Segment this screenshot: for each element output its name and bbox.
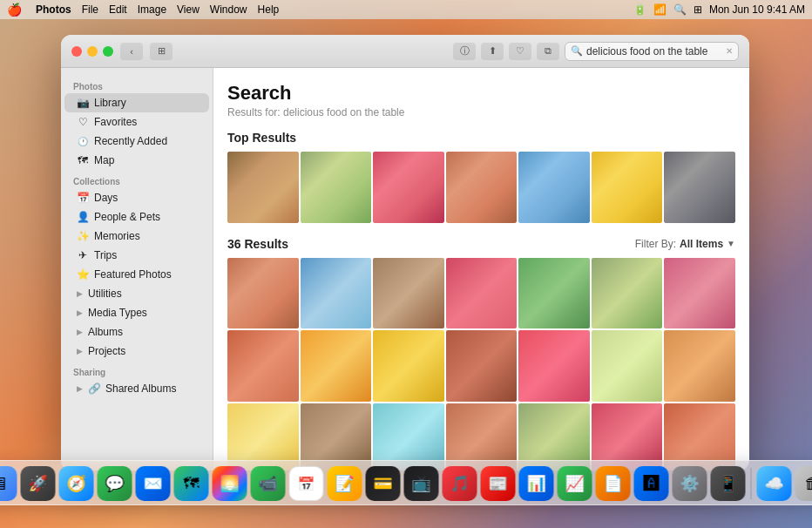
dock-appstore[interactable]: 🅰 (634, 466, 669, 501)
back-button[interactable]: ‹ (120, 43, 143, 60)
favorite-button[interactable]: ♡ (509, 43, 531, 60)
edit-button[interactable]: ⧉ (537, 43, 559, 60)
minimize-button[interactable] (87, 46, 98, 57)
dock-calendar[interactable]: 📅 (289, 466, 324, 501)
dock-divider (751, 468, 752, 499)
clear-search-icon[interactable]: ✕ (726, 46, 733, 56)
dock-wallet[interactable]: 💳 (366, 466, 401, 501)
result-photo-4[interactable] (446, 258, 518, 329)
info-button[interactable]: ⓘ (453, 43, 476, 60)
top-photo-7[interactable] (664, 152, 735, 223)
dock-facetime[interactable]: 📹 (251, 466, 286, 501)
share-button[interactable]: ⬆ (481, 43, 504, 60)
traffic-lights (71, 46, 113, 57)
top-results-grid (227, 152, 735, 223)
grid-view-button[interactable]: ⊞ (150, 43, 173, 60)
sidebar-favorites-label: Favorites (94, 116, 137, 128)
albums-arrow-icon: ▶ (77, 328, 83, 336)
edit-menu[interactable]: Edit (109, 3, 127, 16)
sidebar-item-utilities[interactable]: ▶ Utilities (64, 284, 209, 303)
dock-mail[interactable]: ✉️ (136, 466, 171, 501)
result-photo-12[interactable] (518, 330, 590, 402)
library-icon: 📷 (77, 97, 89, 109)
sidebar-item-mediatypes[interactable]: ▶ Media Types (64, 303, 209, 322)
result-photo-9[interactable] (301, 330, 372, 402)
safari-icon: 🧭 (67, 474, 86, 493)
control-center-icon[interactable]: ⊞ (694, 3, 702, 16)
music-icon: 🎵 (450, 474, 470, 493)
dock-music[interactable]: 🎵 (443, 466, 477, 501)
search-menubar-icon[interactable]: 🔍 (673, 3, 687, 16)
launchpad-icon: 🚀 (29, 474, 48, 493)
sidebar-featured-label: Featured Photos (94, 268, 172, 281)
dock-messages[interactable]: 💬 (98, 466, 132, 501)
result-photo-11[interactable] (446, 330, 518, 402)
sidebar-item-recently-added[interactable]: 🕐 Recently Added (64, 132, 209, 151)
sidebar-item-projects[interactable]: ▶ Projects (64, 342, 209, 361)
keynote-icon: 📊 (527, 474, 546, 493)
dock-notes[interactable]: 📝 (328, 466, 362, 501)
window-body: Photos 📷 Library ♡ Favorites 🕐 Recently … (61, 68, 749, 470)
dock-trash[interactable]: 🗑 (795, 466, 813, 501)
top-photo-1[interactable] (227, 152, 299, 223)
top-photo-3[interactable] (373, 152, 444, 223)
sidebar-item-featured[interactable]: ⭐ Featured Photos (64, 265, 209, 284)
top-photo-5[interactable] (518, 152, 590, 223)
sidebar-item-days[interactable]: 📅 Days (64, 188, 209, 207)
result-photo-14[interactable] (664, 330, 735, 402)
sidebar-item-map[interactable]: 🗺 Map (64, 151, 209, 170)
dock-iphone-mirror[interactable]: 📱 (711, 466, 746, 501)
wifi-icon: 📶 (653, 3, 667, 16)
dock-safari[interactable]: 🧭 (59, 466, 94, 501)
dock-icloud[interactable]: ☁️ (757, 466, 792, 501)
dock-appletv[interactable]: 📺 (404, 466, 439, 501)
window-menu[interactable]: Window (210, 3, 247, 16)
sidebar-item-memories[interactable]: ✨ Memories (64, 227, 209, 246)
sidebar-people-label: People & Pets (94, 211, 160, 223)
help-menu[interactable]: Help (258, 3, 280, 16)
dock-keynote[interactable]: 📊 (519, 466, 554, 501)
fullscreen-button[interactable] (103, 46, 113, 57)
top-photo-2[interactable] (301, 152, 372, 223)
view-menu[interactable]: View (177, 3, 200, 16)
dock-news[interactable]: 📰 (481, 466, 516, 501)
result-photo-13[interactable] (592, 330, 663, 402)
dock-finder[interactable]: 🖥 (0, 466, 17, 501)
sidebar-item-albums[interactable]: ▶ Albums (64, 322, 209, 342)
dock-photos[interactable]: 🌅 (213, 466, 247, 501)
result-photo-8[interactable] (227, 330, 299, 402)
dock-maps[interactable]: 🗺 (174, 466, 209, 501)
result-photo-3[interactable] (373, 258, 444, 329)
dock-settings[interactable]: ⚙️ (673, 466, 707, 501)
sidebar-item-library[interactable]: 📷 Library (64, 93, 209, 112)
sidebar-days-label: Days (94, 192, 118, 204)
close-button[interactable] (71, 46, 82, 57)
filter-chevron-icon[interactable]: ▼ (727, 239, 735, 248)
dock-numbers[interactable]: 📈 (558, 466, 592, 501)
result-photo-6[interactable] (592, 258, 663, 329)
sidebar-item-shared-albums[interactable]: ▶ 🔗 Shared Albums (64, 379, 209, 398)
top-photo-4[interactable] (446, 152, 518, 223)
image-menu[interactable]: Image (138, 3, 166, 16)
app-name-menu[interactable]: Photos (36, 3, 71, 16)
sidebar-item-favorites[interactable]: ♡ Favorites (64, 112, 209, 132)
sidebar-item-people[interactable]: 👤 People & Pets (64, 207, 209, 227)
featured-icon: ⭐ (77, 268, 89, 281)
file-menu[interactable]: File (82, 3, 98, 16)
search-input[interactable] (586, 45, 722, 58)
dock-launchpad[interactable]: 🚀 (21, 466, 56, 501)
result-photo-1[interactable] (227, 258, 299, 329)
filter-by-container[interactable]: Filter By: All Items ▼ (635, 238, 735, 250)
sidebar-item-trips[interactable]: ✈ Trips (64, 246, 209, 265)
result-photo-2[interactable] (301, 258, 372, 329)
apple-menu-icon[interactable]: 🍎 (7, 3, 22, 17)
result-photo-5[interactable] (518, 258, 590, 329)
news-icon: 📰 (489, 474, 508, 493)
search-bar[interactable]: 🔍 ✕ (565, 42, 739, 61)
top-photo-6[interactable] (592, 152, 663, 223)
mail-icon: ✉️ (144, 474, 163, 493)
projects-arrow-icon: ▶ (77, 347, 83, 355)
result-photo-7[interactable] (664, 258, 735, 329)
dock-pages[interactable]: 📄 (596, 466, 631, 501)
result-photo-10[interactable] (373, 330, 444, 402)
